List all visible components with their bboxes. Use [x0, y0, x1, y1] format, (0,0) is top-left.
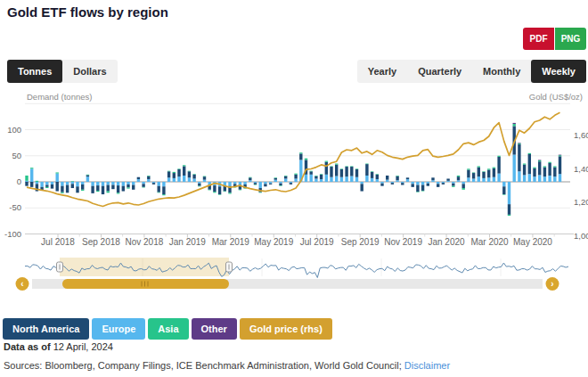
data-as-of: Data as of 12 April, 2024: [4, 341, 113, 352]
svg-text:Sep 2019: Sep 2019: [341, 237, 380, 247]
svg-text:‹: ‹: [20, 279, 23, 289]
export-buttons: PDF PNG: [523, 28, 586, 50]
svg-text:1,400: 1,400: [574, 164, 588, 174]
legend-north-america[interactable]: North America: [3, 318, 89, 340]
svg-text:1,200: 1,200: [574, 197, 588, 207]
svg-text:Sep 2018: Sep 2018: [82, 237, 120, 247]
svg-text:Nov 2018: Nov 2018: [125, 237, 163, 247]
gold-etf-flows-widget: Gold ETF flows by region PDF PNG Tonnes …: [0, 0, 588, 377]
svg-text:Jul 2019: Jul 2019: [300, 237, 334, 247]
data-as-of-label: Data as of: [4, 341, 51, 352]
flow-bars: [25, 123, 561, 216]
toggle-weekly[interactable]: Weekly: [531, 60, 586, 83]
export-png-button[interactable]: PNG: [555, 28, 586, 50]
svg-text:1,000: 1,000: [574, 231, 588, 241]
svg-text:Mar 2019: Mar 2019: [212, 237, 250, 247]
svg-text:Mar 2020: Mar 2020: [470, 237, 509, 247]
unit-toggle: Tonnes Dollars: [7, 60, 118, 83]
navigator-thumb[interactable]: [62, 279, 229, 289]
legend-other[interactable]: Other: [192, 318, 237, 340]
sources-line: Sources: Bloomberg, Company Filings, ICE…: [4, 360, 450, 371]
svg-text:100: 100: [7, 125, 21, 135]
svg-text:Jan 2019: Jan 2019: [169, 237, 207, 247]
svg-text:1,600: 1,600: [574, 130, 588, 140]
toggle-quarterly[interactable]: Quarterly: [407, 60, 472, 83]
svg-text:Nov 2019: Nov 2019: [384, 237, 422, 247]
svg-text:May 2019: May 2019: [254, 237, 293, 247]
svg-text:50: 50: [12, 151, 21, 160]
legend-europe[interactable]: Europe: [92, 318, 145, 340]
sources-text: Sources: Bloomberg, Company Filings, ICE…: [4, 360, 404, 371]
svg-text:›: ›: [551, 279, 553, 289]
svg-text:-50: -50: [9, 202, 21, 212]
svg-text:Jul 2018: Jul 2018: [41, 237, 75, 247]
period-toggle: Yearly Quarterly Monthly Weekly: [357, 60, 586, 83]
data-as-of-value: 12 April, 2024: [51, 341, 113, 352]
range-navigator[interactable]: ‹›: [0, 257, 588, 294]
toggle-dollars[interactable]: Dollars: [62, 60, 117, 83]
flows-chart-svg: 100500-50-1001,6001,4001,2001,000Jul 201…: [0, 100, 588, 251]
toggle-monthly[interactable]: Monthly: [472, 60, 531, 83]
legend-gold-price[interactable]: Gold price (rhs): [240, 318, 332, 340]
legend-asia[interactable]: Asia: [148, 318, 188, 340]
toggle-yearly[interactable]: Yearly: [357, 60, 407, 83]
chart-legend: North America Europe Asia Other Gold pri…: [3, 318, 332, 340]
disclaimer-link[interactable]: Disclaimer: [404, 360, 450, 371]
toggle-tonnes[interactable]: Tonnes: [7, 60, 62, 83]
svg-text:0: 0: [17, 176, 21, 186]
svg-text:May 2020: May 2020: [513, 237, 552, 247]
export-pdf-button[interactable]: PDF: [523, 28, 554, 50]
svg-text:-100: -100: [4, 229, 21, 239]
svg-text:Jan 2020: Jan 2020: [428, 237, 465, 247]
page-title: Gold ETF flows by region: [7, 4, 168, 20]
